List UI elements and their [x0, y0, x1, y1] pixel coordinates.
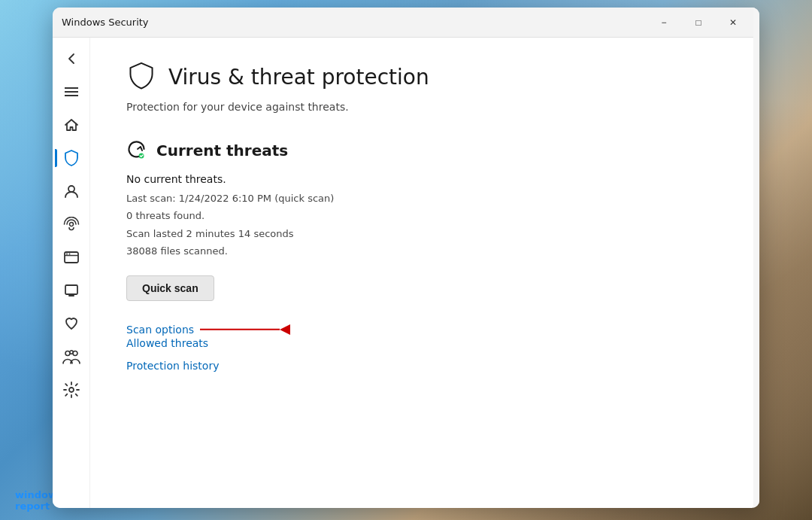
shield-nav-icon — [64, 150, 79, 166]
menu-icon — [65, 87, 78, 97]
page-header: Virus & threat protection — [126, 62, 723, 92]
svg-point-15 — [69, 388, 74, 392]
family-icon — [62, 349, 80, 364]
scan-info: Last scan: 1/24/2022 6:10 PM (quick scan… — [126, 190, 723, 260]
svg-point-7 — [66, 254, 68, 255]
scan-detail-2: 0 threats found. — [126, 207, 723, 224]
scan-options-row: Scan options — [126, 322, 290, 337]
links-section: Scan options Allowed threats Protection … — [126, 322, 723, 372]
main-content: Virus & threat protection Protection for… — [90, 38, 759, 508]
scan-detail-3: Scan lasted 2 minutes 14 seconds — [126, 225, 723, 242]
svg-point-3 — [68, 186, 74, 192]
page-title: Virus & threat protection — [168, 65, 429, 90]
maximize-button[interactable]: □ — [681, 11, 716, 35]
device-security-nav-button[interactable] — [55, 275, 88, 306]
refresh-icon — [126, 140, 147, 161]
protection-history-link[interactable]: Protection history — [126, 360, 723, 372]
scan-detail-4: 38088 files scanned. — [126, 242, 723, 260]
section-title: Current threats — [156, 141, 288, 160]
scan-detail-1: Last scan: 1/24/2022 6:10 PM (quick scan… — [126, 190, 723, 207]
minimize-button[interactable]: − — [647, 11, 681, 35]
svg-point-12 — [65, 351, 70, 356]
svg-point-13 — [73, 351, 77, 356]
account-protection-nav-button[interactable] — [55, 176, 88, 206]
settings-icon — [63, 382, 80, 398]
scan-options-link[interactable]: Scan options — [126, 324, 194, 336]
back-icon — [65, 52, 78, 65]
svg-point-4 — [69, 223, 73, 227]
window-body: Virus & threat protection Protection for… — [53, 38, 759, 508]
window-controls: − □ ✕ — [647, 11, 750, 35]
browser-icon — [64, 251, 79, 264]
svg-rect-9 — [65, 285, 77, 294]
windows-security-window: Windows Security − □ ✕ — [53, 8, 759, 508]
device-health-nav-button[interactable] — [55, 309, 88, 339]
scrollbar[interactable] — [753, 38, 759, 508]
page-shield-icon — [126, 62, 156, 92]
network-protection-nav-button[interactable] — [55, 209, 88, 239]
person-icon — [64, 184, 79, 199]
page-subtitle: Protection for your device against threa… — [126, 101, 723, 113]
back-button[interactable] — [55, 44, 88, 74]
virus-protection-nav-button[interactable] — [55, 143, 88, 173]
sidebar — [53, 38, 90, 508]
svg-point-14 — [69, 351, 72, 354]
section-header: Current threats — [126, 140, 723, 161]
device-icon — [64, 283, 79, 298]
health-icon — [63, 316, 80, 331]
home-icon — [64, 117, 79, 132]
window-title: Windows Security — [62, 17, 149, 28]
home-button[interactable] — [55, 110, 88, 140]
red-arrow-annotation — [200, 322, 290, 337]
network-icon — [63, 217, 80, 232]
menu-button[interactable] — [55, 77, 88, 107]
family-options-nav-button[interactable] — [55, 342, 88, 372]
no-threats-text: No current threats. — [126, 173, 723, 185]
app-browser-nav-button[interactable] — [55, 242, 88, 272]
quick-scan-button[interactable]: Quick scan — [126, 275, 214, 301]
settings-nav-button[interactable] — [55, 375, 88, 405]
svg-point-8 — [68, 254, 70, 255]
close-button[interactable]: ✕ — [716, 11, 750, 35]
titlebar: Windows Security − □ ✕ — [53, 8, 759, 38]
allowed-threats-link[interactable]: Allowed threats — [126, 337, 723, 349]
